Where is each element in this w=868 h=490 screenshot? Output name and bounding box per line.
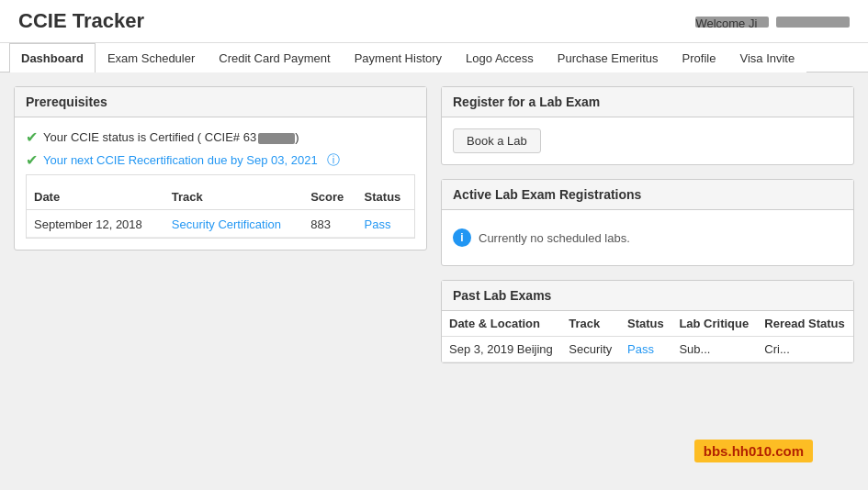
info-icon[interactable]: ⓘ: [327, 152, 340, 169]
active-labs-card: Active Lab Exam Registrations i Currentl…: [441, 179, 854, 266]
col-lab-critique: Lab Critique: [671, 311, 757, 337]
username-redacted: [776, 17, 850, 28]
exam-history-table: Date Track Score Status September 12, 20…: [27, 184, 414, 238]
tab-purchase-emeritus[interactable]: Purchase Emeritus: [546, 43, 671, 72]
tab-exam-scheduler[interactable]: Exam Scheduler: [96, 43, 207, 72]
cell-track: Security: [561, 337, 620, 362]
app-header: CCIE Tracker Welcome Ji: [0, 0, 868, 43]
book-lab-button[interactable]: Book a Lab: [453, 128, 541, 153]
prerequisites-title: Prerequisites: [15, 87, 426, 117]
main-content: Prerequisites ✔ Your CCIE status is Cert…: [0, 72, 868, 377]
col-date: Date: [27, 184, 164, 210]
tab-profile[interactable]: Profile: [671, 43, 728, 72]
prerequisites-body: ✔ Your CCIE status is Certified ( CCIE# …: [15, 117, 426, 250]
cell-status: Pass: [620, 337, 671, 362]
col-status: Status: [357, 184, 414, 210]
cell-lab-critique: Sub...: [671, 337, 757, 362]
certified-status-item: ✔ Your CCIE status is Certified ( CCIE# …: [26, 128, 415, 146]
cell-reread-status: Cri...: [757, 337, 853, 362]
active-labs-title: Active Lab Exam Registrations: [442, 180, 853, 210]
certified-text: Your CCIE status is Certified ( CCIE# 63…: [43, 130, 299, 144]
col-score: Score: [303, 184, 356, 210]
exam-history-table-wrapper[interactable]: Date Track Score Status September 12, 20…: [26, 174, 415, 239]
welcome-message: Welcome Ji: [692, 15, 850, 28]
recert-text: Your next CCIE Recertification due by Se…: [43, 153, 318, 167]
col-track: Track: [561, 311, 620, 337]
cell-date-location: Sep 3, 2019 Beijing: [442, 337, 561, 362]
recert-status-item: ✔ Your next CCIE Recertification due by …: [26, 151, 415, 169]
info-circle-icon: i: [453, 228, 471, 247]
check-icon-recert: ✔: [26, 151, 38, 169]
cell-date: September 12, 2018: [27, 210, 164, 238]
tab-payment-history[interactable]: Payment History: [343, 43, 454, 72]
cell-track: Security Certification: [164, 210, 303, 238]
col-status: Status: [620, 311, 671, 337]
prerequisites-card: Prerequisites ✔ Your CCIE status is Cert…: [14, 86, 427, 251]
table-row: Sep 3, 2019 Beijing Security Pass Sub...…: [442, 337, 853, 362]
nav-tabs: Dashboard Exam Scheduler Credit Card Pay…: [0, 43, 868, 72]
tab-visa-invite[interactable]: Visa Invite: [727, 43, 806, 72]
tab-dashboard[interactable]: Dashboard: [9, 43, 96, 72]
col-track: Track: [164, 184, 303, 210]
past-labs-body: Date & Location Track Status Lab Critiqu…: [442, 311, 853, 362]
col-date-location: Date & Location: [442, 311, 561, 337]
register-lab-body: Book a Lab: [442, 117, 853, 164]
tab-logo-access[interactable]: Logo Access: [454, 43, 546, 72]
no-labs-message: i Currently no scheduled labs.: [453, 221, 842, 254]
cell-score: 883: [303, 210, 356, 238]
tab-credit-card-payment[interactable]: Credit Card Payment: [207, 43, 342, 72]
past-labs-title: Past Lab Exams: [442, 281, 853, 311]
active-labs-body: i Currently no scheduled labs.: [442, 210, 853, 265]
col-reread-status: Reread Status: [757, 311, 853, 337]
app-title: CCIE Tracker: [18, 9, 144, 33]
no-labs-text: Currently no scheduled labs.: [479, 231, 630, 245]
ccie-number-redacted: [258, 133, 295, 144]
register-lab-title: Register for a Lab Exam: [442, 87, 853, 117]
past-labs-card: Past Lab Exams Date & Location Track Sta…: [441, 280, 854, 363]
past-labs-table: Date & Location Track Status Lab Critiqu…: [442, 311, 853, 362]
check-icon-certified: ✔: [26, 128, 38, 146]
register-lab-card: Register for a Lab Exam Book a Lab: [441, 86, 854, 165]
table-row: September 12, 2018 Security Certificatio…: [27, 210, 414, 238]
cell-status: Pass: [357, 210, 414, 238]
right-panel: Register for a Lab Exam Book a Lab Activ…: [441, 86, 854, 363]
left-panel: Prerequisites ✔ Your CCIE status is Cert…: [14, 86, 427, 363]
